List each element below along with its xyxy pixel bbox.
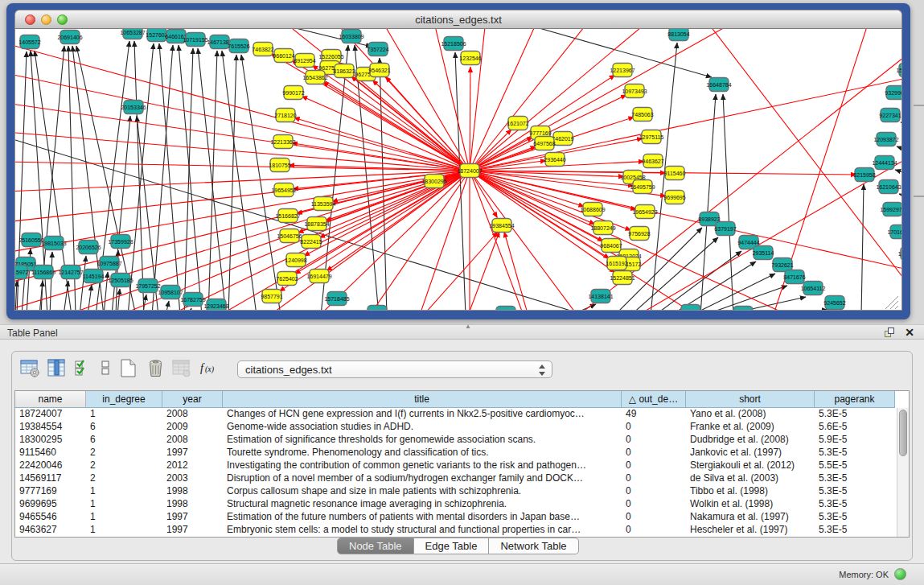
graph-node-unselected[interactable]: 1265033 — [366, 306, 388, 311]
column-header-pagerank[interactable]: pagerank — [815, 391, 895, 408]
graph-node-unselected[interactable]: 20206526 — [76, 241, 101, 254]
graph-node-unselected[interactable]: 15751874 — [896, 64, 901, 77]
graph-node-selected[interactable]: 1232546 — [459, 51, 481, 65]
import-table-disabled-button[interactable] — [170, 358, 192, 381]
graph-node-selected[interactable]: 7625402 — [276, 272, 298, 286]
table-row[interactable]: 1938455462009Genome-wide association stu… — [15, 421, 897, 434]
graph-node-selected[interactable]: 9660124 — [273, 49, 294, 63]
graph-node-selected[interactable]: 19384554 — [489, 219, 514, 233]
graph-node-selected[interactable]: 11353594 — [311, 197, 336, 211]
graph-node-unselected[interactable]: 16648784 — [706, 78, 731, 92]
graph-node-selected[interactable]: 15046756 — [277, 229, 302, 243]
scrollbar-thumb[interactable] — [899, 410, 907, 456]
stacked-squares-button[interactable] — [94, 358, 117, 381]
resize-grip-icon[interactable] — [890, 301, 898, 309]
graph-node-selected[interactable]: 12975115 — [639, 130, 664, 144]
table-row[interactable]: 1872400712008Changes of HCN gene express… — [15, 408, 897, 421]
graph-node-unselected[interactable]: 2935114 — [753, 246, 774, 260]
graph-node-unselected[interactable]: 6379197 — [714, 222, 736, 236]
tab-node-table[interactable]: Node Table — [337, 538, 414, 554]
graph-node-unselected[interactable]: 8471670 — [732, 307, 754, 311]
graph-node-unselected[interactable]: 17957252 — [135, 279, 160, 293]
column-header-in_degree[interactable]: in_degree — [86, 391, 162, 408]
graph-node-unselected[interactable]: 16210643 — [876, 180, 901, 194]
graph-node-unselected[interactable]: 11156869 — [31, 266, 55, 279]
table-row[interactable]: 946554611997Estimation of the future num… — [15, 511, 897, 524]
table-select-dropdown[interactable]: citations_edges.txt — [237, 360, 552, 378]
graph-node-selected[interactable]: 10688609 — [580, 203, 605, 216]
graph-node-unselected[interactable]: 9227341 — [879, 109, 901, 122]
graph-node-unselected[interactable]: 9329966 — [885, 86, 901, 100]
graph-node-unselected[interactable]: 15218506 — [441, 37, 466, 51]
new-document-button[interactable] — [117, 358, 139, 381]
network-canvas[interactable]: 1405572206914061065328715276026466161107… — [14, 29, 902, 311]
network-window-titlebar[interactable]: citations_edges.txt — [14, 10, 902, 29]
graph-node-selected[interactable]: 9990172 — [282, 86, 304, 100]
table-row[interactable]: 969969511998Structural magnetic resonanc… — [15, 498, 897, 511]
graph-node-unselected[interactable]: 19815033 — [41, 237, 66, 250]
graph-node-unselected[interactable]: 9245052 — [680, 305, 701, 311]
column-header-title[interactable]: title — [223, 391, 622, 408]
graph-node-unselected[interactable]: 16782759 — [180, 293, 205, 307]
graph-node-selected[interactable]: 9463627 — [642, 154, 663, 168]
graph-node-unselected[interactable]: 8215958 — [853, 168, 875, 182]
table-row[interactable]: 977716911998Corpus callosum shape and si… — [15, 485, 897, 498]
table-row[interactable]: 911546021997Tourette syndrome. Phenomeno… — [15, 447, 897, 459]
graph-node-selected[interactable]: 1810755 — [269, 159, 290, 172]
graph-node-unselected[interactable]: 9115466 — [495, 307, 517, 311]
graph-node-selected[interactable]: 19654952 — [271, 183, 296, 197]
graph-node-selected[interactable]: 9756928 — [628, 227, 650, 241]
graph-node-selected[interactable]: 2936440 — [544, 153, 565, 167]
graph-node-unselected[interactable]: 20691406 — [57, 31, 82, 44]
graph-node-unselected[interactable]: 3915972 — [15, 266, 29, 279]
graph-node-selected[interactable]: 9857791 — [261, 290, 282, 303]
graph-node-selected[interactable]: 16495759 — [630, 180, 655, 194]
graph-node-unselected[interactable]: 12142757 — [58, 266, 83, 279]
graph-node-unselected[interactable]: 25160550 — [18, 233, 43, 247]
graph-node-unselected[interactable]: 1405572 — [18, 35, 40, 49]
graph-node-selected[interactable]: 1615192 — [606, 257, 627, 270]
graph-node-selected[interactable]: 7485063 — [631, 108, 653, 122]
delete-trash-button[interactable] — [144, 358, 166, 381]
graph-node-selected[interactable]: 8222415 — [300, 235, 322, 249]
graph-node-selected[interactable]: 9115460 — [664, 167, 686, 180]
graph-node-unselected[interactable]: 12505185 — [108, 274, 133, 287]
graph-node-unselected[interactable]: 11675334 — [898, 247, 901, 261]
graph-node-unselected[interactable]: 16033809 — [339, 30, 363, 43]
table-row[interactable]: 946362711997Embryonic stem cells: a mode… — [15, 524, 897, 537]
graph-node-selected[interactable]: 1240998 — [285, 253, 306, 267]
graph-node-selected[interactable]: 15224851 — [610, 271, 634, 285]
graph-node-selected[interactable]: 18724007 — [457, 164, 482, 178]
function-builder-button[interactable]: f(x) — [199, 358, 221, 381]
graph-node-selected[interactable]: 15166827 — [275, 209, 300, 223]
graph-node-selected[interactable]: 2718120 — [274, 109, 296, 122]
splitter-handle-icon[interactable]: ▲ — [465, 323, 471, 330]
column-header-name[interactable]: name — [15, 391, 86, 408]
graph-node-unselected[interactable]: 17016504 — [887, 225, 901, 239]
column-header-year[interactable]: year — [162, 391, 223, 408]
memory-ok-indicator[interactable] — [894, 568, 906, 580]
table-mode-button[interactable] — [18, 358, 41, 381]
graph-node-unselected[interactable]: 15992971 — [880, 203, 901, 216]
graph-node-selected[interactable]: 19654923 — [632, 205, 657, 219]
table-row[interactable]: 2242004622012Investigating the contribut… — [15, 459, 897, 472]
graph-node-unselected[interactable]: 10719155 — [183, 33, 207, 47]
graph-node-unselected[interactable]: 20153346 — [121, 101, 146, 114]
graph-node-unselected[interactable]: 7357224 — [367, 43, 388, 56]
graph-node-unselected[interactable]: 12093872 — [873, 133, 898, 146]
graph-node-selected[interactable]: 10973493 — [622, 84, 647, 98]
graph-node-unselected[interactable]: 9245652 — [823, 296, 845, 310]
table-row[interactable]: 1830029562008Estimation of significance … — [15, 434, 897, 447]
graph-node-unselected[interactable]: 12444134 — [872, 156, 897, 170]
graph-node-selected[interactable]: 7463822 — [252, 43, 273, 56]
graph-node-unselected[interactable]: 10958107 — [158, 286, 183, 299]
resize-grip-icon[interactable] — [895, 306, 898, 309]
graph-node-unselected[interactable]: 12923468 — [203, 299, 228, 311]
graph-node-unselected[interactable]: 10654112 — [801, 282, 826, 295]
graph-node-unselected[interactable]: 7615526 — [228, 39, 249, 53]
graph-node-selected[interactable]: 16914479 — [306, 270, 331, 283]
show-column-button[interactable] — [45, 358, 68, 381]
graph-node-unselected[interactable]: 10975887 — [97, 257, 121, 270]
graph-node-selected[interactable]: 8912954 — [294, 54, 315, 68]
column-header-short[interactable]: short — [686, 391, 815, 408]
